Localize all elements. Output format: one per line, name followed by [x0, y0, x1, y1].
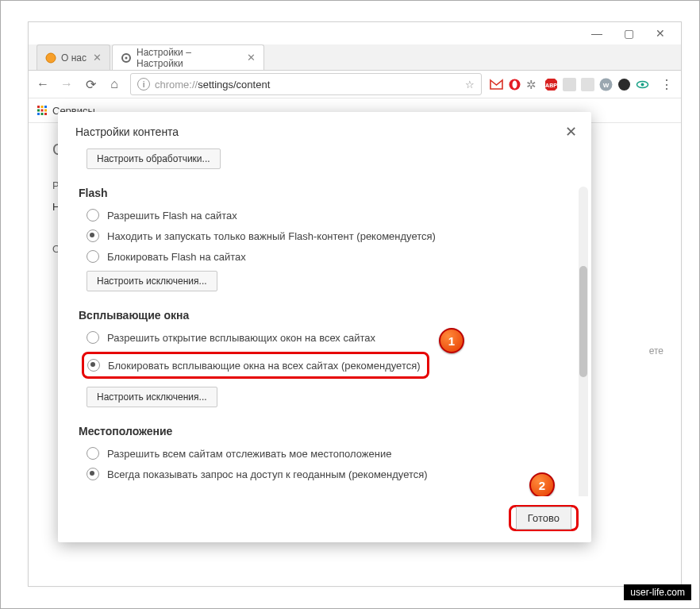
- watermark: user-life.com: [624, 584, 691, 600]
- radio-label: Разрешить открытие всплывающих окон на в…: [107, 332, 375, 344]
- tab-strip: О нас ✕ Настройки – Настройки ✕: [29, 44, 681, 71]
- toolbar: ← → ⟳ ⌂ i chrome://settings/content ☆ ✲ …: [29, 71, 681, 98]
- minimize-button[interactable]: —: [581, 22, 613, 44]
- paw-icon[interactable]: ✲: [526, 78, 540, 91]
- extension-icon[interactable]: [581, 78, 594, 91]
- content-settings-dialog: Настройки контента ✕ Настроить обработчи…: [58, 112, 591, 542]
- gmail-icon[interactable]: [490, 78, 503, 91]
- apps-icon[interactable]: [37, 105, 48, 116]
- tab-label: Настройки – Настройки: [137, 47, 240, 69]
- scrollbar-thumb[interactable]: [579, 266, 587, 377]
- star-icon[interactable]: ☆: [465, 79, 475, 91]
- extensions-row: ✲ ABP W ⋮: [490, 76, 675, 92]
- close-icon[interactable]: ✕: [247, 52, 256, 64]
- popups-block-radio[interactable]: Блокировать всплывающие окна на всех сай…: [87, 359, 421, 372]
- svg-rect-18: [44, 110, 47, 112]
- location-ask-radio[interactable]: Всегда показывать запрос на доступ к гео…: [87, 468, 566, 480]
- svg-rect-13: [37, 106, 40, 108]
- reload-button[interactable]: ⟳: [83, 76, 98, 92]
- truncated-text: ете: [649, 345, 663, 357]
- svg-text:W: W: [603, 82, 610, 89]
- dialog-title: Настройки контента: [75, 125, 179, 138]
- compass-icon[interactable]: [617, 78, 631, 91]
- adblock-icon[interactable]: ABP: [544, 78, 558, 91]
- tab-settings[interactable]: Настройки – Настройки ✕: [112, 44, 264, 70]
- close-icon[interactable]: ✕: [93, 52, 102, 64]
- annotation-badge-2: 2: [529, 472, 555, 496]
- tab-label: О нас: [61, 52, 87, 64]
- window-close-button[interactable]: ✕: [644, 22, 676, 44]
- opera-icon[interactable]: [508, 78, 521, 91]
- svg-point-10: [618, 79, 630, 91]
- svg-text:ABP: ABP: [545, 83, 557, 88]
- gear-icon: [121, 52, 132, 64]
- radio-label: Блокировать Flash на сайтах: [107, 251, 246, 263]
- svg-rect-20: [41, 113, 44, 115]
- dialog-close-button[interactable]: ✕: [565, 123, 577, 141]
- maximize-button[interactable]: ▢: [613, 22, 644, 44]
- flash-block-radio[interactable]: Блокировать Flash на сайтах: [87, 250, 566, 263]
- svg-rect-19: [37, 113, 40, 115]
- flash-allow-radio[interactable]: Разрешить Flash на сайтах: [87, 209, 566, 222]
- svg-point-12: [641, 83, 644, 86]
- done-button[interactable]: Готово: [516, 507, 571, 530]
- tab-about[interactable]: О нас ✕: [37, 44, 110, 70]
- forward-button[interactable]: →: [59, 76, 75, 92]
- svg-rect-14: [41, 106, 44, 108]
- vk-icon[interactable]: W: [599, 78, 613, 91]
- back-button[interactable]: ←: [35, 76, 51, 92]
- flash-exceptions-button[interactable]: Настроить исключения...: [87, 271, 217, 291]
- scrollbar[interactable]: [579, 187, 588, 496]
- svg-point-5: [513, 80, 517, 88]
- home-button[interactable]: ⌂: [106, 76, 122, 92]
- annotation-badge-1: 1: [439, 328, 464, 353]
- radio-label: Блокировать всплывающие окна на всех сай…: [108, 360, 421, 372]
- popups-allow-radio[interactable]: Разрешить открытие всплывающих окон на в…: [87, 331, 566, 344]
- orange-favicon-icon: [45, 52, 56, 64]
- address-bar[interactable]: i chrome://settings/content ☆: [130, 73, 482, 95]
- flash-detect-radio[interactable]: Находить и запускать только важный Flash…: [87, 229, 566, 242]
- section-flash: Flash: [79, 187, 566, 199]
- done-highlight: Готово: [509, 505, 579, 531]
- radio-label: Разрешить всем сайтам отслеживать мое ме…: [107, 448, 391, 460]
- menu-button[interactable]: ⋮: [659, 76, 675, 92]
- radio-label: Находить и запускать только важный Flash…: [107, 230, 436, 242]
- extension-icon[interactable]: [563, 78, 576, 91]
- popups-exceptions-button[interactable]: Настроить исключения...: [87, 387, 217, 407]
- svg-rect-16: [37, 110, 40, 112]
- window-controls: — ▢ ✕: [29, 22, 681, 44]
- configure-handlers-button[interactable]: Настроить обработчики...: [87, 148, 221, 169]
- svg-point-0: [46, 53, 56, 63]
- svg-rect-15: [44, 106, 47, 108]
- info-icon[interactable]: i: [137, 78, 150, 91]
- location-allow-radio[interactable]: Разрешить всем сайтам отслеживать мое ме…: [87, 447, 566, 460]
- url-text: chrome://settings/content: [155, 79, 460, 91]
- svg-point-2: [125, 56, 127, 59]
- radio-label: Разрешить Flash на сайтах: [107, 210, 237, 222]
- section-location: Местоположение: [79, 425, 566, 437]
- eye-icon[interactable]: [636, 78, 649, 91]
- section-popups: Всплывающие окна: [79, 309, 566, 322]
- svg-rect-17: [41, 110, 44, 112]
- radio-label: Всегда показывать запрос на доступ к гео…: [107, 468, 428, 480]
- svg-rect-21: [44, 113, 47, 115]
